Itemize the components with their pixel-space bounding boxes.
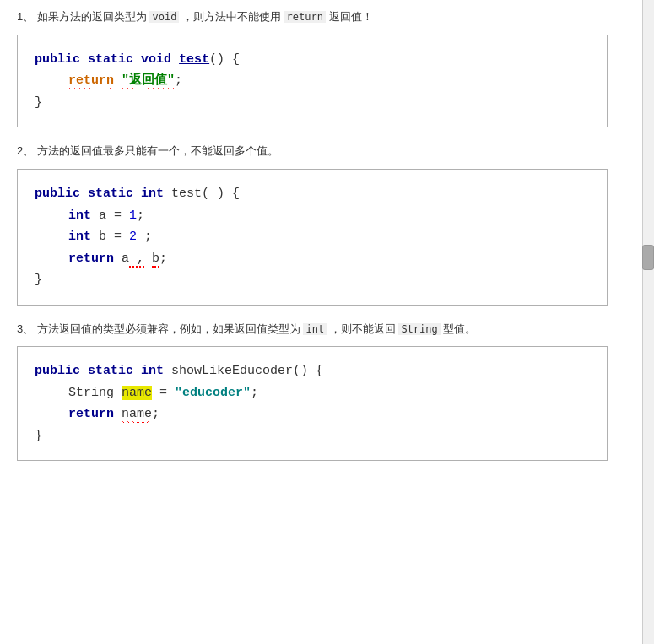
code-block-1: public static void test() { return "返回值"… [17, 35, 608, 128]
code-block-3: public static int showLikeEducoder() { S… [17, 346, 608, 461]
rule2-text: 2、 方法的返回值最多只能有一个，不能返回多个值。 [17, 143, 608, 160]
code-line-3-3: return name; [35, 403, 590, 425]
rule3-inline-int: int [303, 323, 327, 335]
num-1: 1 [129, 208, 137, 223]
rule1-number: 1、 如果方法的返回类型为 void ，则方法中不能使用 return 返回值！ [17, 10, 373, 23]
kw-static-1: static [88, 52, 133, 67]
code-line-1-1: public static void test() { [35, 49, 590, 71]
code-block-2: public static int test( ) { int a = 1; i… [17, 169, 608, 306]
code-line-1-3: } [35, 92, 590, 114]
code-line-2-5: } [35, 269, 590, 291]
kw-int-2b: int [68, 230, 91, 244]
kw-return-3: return [68, 407, 114, 421]
rule3-inline-string: String [398, 323, 440, 335]
string-educoder: "educoder" [175, 386, 251, 400]
num-2: 2 [129, 230, 137, 244]
kw-public-2: public [35, 187, 80, 201]
code-line-2-4: return a , b; [35, 248, 590, 270]
code-line-2-2: int a = 1; [35, 205, 590, 227]
kw-return-1: return [68, 73, 114, 88]
code-line-2-1: public static int test( ) { [35, 183, 590, 205]
kw-public-1: public [35, 52, 80, 67]
rule1-inline-return: return [284, 11, 326, 23]
kw-int-2a: int [68, 208, 91, 223]
main-content: 1、 如果方法的返回类型为 void ，则方法中不能使用 return 返回值！… [0, 0, 624, 493]
scrollbar-track[interactable] [642, 0, 654, 644]
scrollbar-thumb[interactable] [642, 245, 654, 270]
code-line-3-1: public static int showLikeEducoder() { [35, 360, 590, 382]
kw-void-1: void [141, 52, 171, 67]
kw-return-2: return [68, 252, 114, 266]
error-b: b [152, 252, 159, 268]
code-line-3-2: String name = "educoder"; [35, 382, 590, 404]
kw-static-3: static [88, 364, 133, 378]
code-line-1-2: return "返回值"; [35, 70, 590, 92]
var-name-highlight: name [122, 386, 152, 400]
code-line-3-4: } [35, 425, 590, 447]
fn-test-1: test [179, 52, 209, 67]
error-comma: , [129, 252, 144, 268]
kw-int-3: int [141, 364, 164, 378]
return-name-error: name [122, 407, 152, 421]
rule1-inline-void: void [149, 11, 179, 23]
kw-static-2: static [88, 187, 133, 201]
string-return-val-1: "返回值" [122, 73, 175, 88]
rule3-text: 3、 方法返回值的类型必须兼容，例如，如果返回值类型为 int ，则不能返回 S… [17, 321, 608, 338]
rule1-text: 1、 如果方法的返回类型为 void ，则方法中不能使用 return 返回值！ [17, 8, 608, 26]
kw-public-3: public [35, 364, 80, 378]
code-line-2-3: int b = 2 ; [35, 226, 590, 248]
kw-int-2: int [141, 187, 164, 201]
